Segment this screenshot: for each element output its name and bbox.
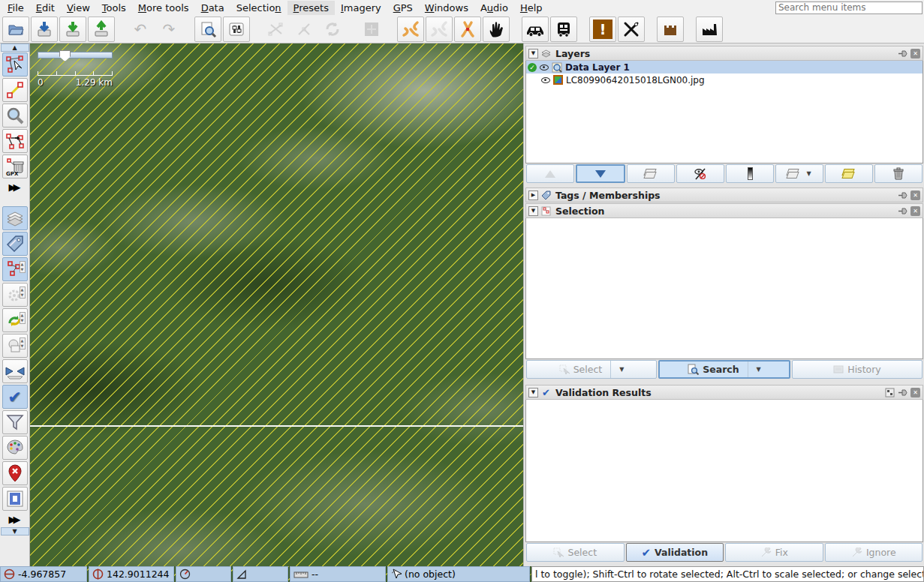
collapse-icon[interactable]: ▼: [528, 49, 538, 58]
preset-car-button[interactable]: [522, 16, 549, 42]
close-icon[interactable]: ✕: [910, 190, 920, 200]
menu-file[interactable]: File: [2, 1, 30, 15]
gpx-delete-mode-button[interactable]: GPX: [2, 154, 28, 178]
layer-opacity-button[interactable]: [726, 164, 774, 183]
show-hide-layer-button[interactable]: [676, 164, 724, 183]
toggle-draw-box-button[interactable]: [2, 487, 28, 511]
latitude-value: -4.967857: [18, 568, 66, 580]
preferences-button[interactable]: [223, 16, 250, 42]
sync-icon: [324, 20, 342, 38]
layer-row[interactable]: LC80990642015018LGN00.jpg: [526, 74, 922, 86]
toggle-changesets-button[interactable]: ▲▼: [2, 308, 28, 332]
pin-icon[interactable]: [898, 388, 907, 398]
more-modes-button[interactable]: ▶▶: [9, 182, 21, 193]
visibility-eye-icon[interactable]: [541, 77, 550, 83]
join-ways-button[interactable]: [397, 16, 424, 42]
panel-settings-icon[interactable]: [885, 388, 895, 398]
collapse-icon[interactable]: ▼: [528, 206, 538, 216]
toggle-relations-button[interactable]: ▲▼: [2, 257, 28, 281]
menu-presets[interactable]: Presets: [287, 1, 335, 15]
selection-nodes-icon: [541, 206, 551, 216]
toggle-properties-button[interactable]: ▲▼: [2, 283, 28, 307]
toggle-tags-button[interactable]: [2, 232, 28, 256]
map-view[interactable]: 0 1.29 km: [30, 44, 523, 566]
palette-icon: [5, 438, 25, 458]
main-toolbar: ↶ ↷ !: [0, 15, 924, 44]
toggle-styles-button[interactable]: [2, 436, 28, 460]
pin-icon[interactable]: [898, 190, 907, 200]
improve-accuracy-mode-button[interactable]: [2, 129, 28, 153]
new-layer-icon: [843, 169, 855, 179]
ruler-icon: [293, 571, 309, 578]
move-button[interactable]: [483, 16, 510, 42]
preset-restaurant-button[interactable]: [618, 16, 645, 42]
split-way-button[interactable]: [454, 16, 481, 42]
validation-run-button[interactable]: ✔ Validation: [626, 543, 724, 562]
osm-way[interactable]: [30, 425, 523, 427]
menu-edit[interactable]: Edit: [30, 1, 61, 15]
menu-data[interactable]: Data: [195, 1, 230, 15]
preset-warning-button[interactable]: !: [589, 16, 616, 42]
menu-audio[interactable]: Audio: [474, 1, 514, 15]
close-icon[interactable]: ✕: [910, 49, 920, 58]
validation-results-list[interactable]: [525, 400, 923, 542]
new-layer-button[interactable]: [825, 164, 873, 183]
toggle-validation-button[interactable]: ✔: [2, 385, 28, 409]
sidebar-scroll-down-button[interactable]: ▼: [1, 527, 29, 536]
preset-bus-button[interactable]: [550, 16, 577, 42]
edit-toolbar: ▲ GPX ▶▶ ▲▼ ▲▼ ▲▼ ▲▼: [0, 44, 30, 566]
menu-more-tools[interactable]: More tools: [132, 1, 195, 15]
menu-windows[interactable]: Windows: [419, 1, 474, 15]
download-button[interactable]: [59, 16, 86, 42]
move-layer-down-button[interactable]: [576, 164, 625, 183]
layer-row[interactable]: ✓ Data Layer 1: [526, 61, 922, 74]
toggle-mappaint-button[interactable]: ▲▼: [2, 334, 28, 358]
save-button[interactable]: [31, 16, 58, 42]
search-menu-input[interactable]: [775, 2, 922, 14]
validation-ignore-button: Ignore: [825, 543, 923, 562]
more-panels-button[interactable]: ▶▶: [9, 514, 21, 525]
dropdown-caret-icon[interactable]: ▼: [619, 366, 624, 373]
search-button[interactable]: Search ▼: [658, 360, 790, 379]
menu-imagery[interactable]: Imagery: [335, 1, 387, 15]
menu-tools[interactable]: Tools: [96, 1, 132, 15]
gpx-trash-icon: GPX: [5, 156, 26, 177]
preset-castle-button[interactable]: [657, 16, 684, 42]
join-ways-icon: [402, 20, 420, 38]
cursor-icon: [559, 364, 570, 375]
sliders-icon: [227, 20, 245, 38]
svg-text:GPX: GPX: [6, 171, 19, 177]
dropdown-caret-icon[interactable]: ▼: [757, 366, 761, 373]
delete-layer-button[interactable]: [874, 164, 922, 183]
toggle-notes-button[interactable]: [2, 461, 28, 485]
menu-gps[interactable]: GPS: [387, 1, 419, 15]
menu-selection[interactable]: Selection: [230, 1, 287, 15]
close-icon[interactable]: ✕: [910, 206, 920, 216]
selection-list[interactable]: [525, 218, 923, 359]
select-button: Select ▼: [526, 360, 657, 379]
collapse-icon[interactable]: ▼: [528, 388, 538, 398]
search-button[interactable]: [194, 16, 221, 42]
close-icon[interactable]: ✕: [910, 388, 920, 398]
toggle-filter-button[interactable]: [2, 410, 28, 434]
expand-icon[interactable]: ▶: [528, 190, 538, 200]
distance-value: --: [312, 568, 318, 580]
menu-help[interactable]: Help: [514, 1, 549, 15]
select-mode-button[interactable]: [2, 52, 28, 76]
search-icon: [688, 364, 699, 375]
pin-icon[interactable]: [898, 206, 907, 216]
validation-run-label: Validation: [655, 547, 708, 558]
pin-icon[interactable]: [898, 49, 907, 58]
preset-factory-button[interactable]: [696, 16, 723, 42]
toggle-conflicts-button[interactable]: [2, 359, 28, 383]
eye-slash-icon: [694, 168, 707, 180]
open-button[interactable]: [2, 16, 29, 42]
toggle-layers-button[interactable]: [2, 206, 28, 230]
menu-view[interactable]: View: [61, 1, 96, 15]
draw-node-mode-button[interactable]: [2, 78, 28, 102]
visibility-eye-icon[interactable]: [540, 64, 549, 70]
sidebar-scroll-up-button[interactable]: ▲: [1, 44, 29, 52]
upload-button[interactable]: [88, 16, 115, 42]
map-zoom-slider[interactable]: [38, 52, 113, 58]
zoom-mode-button[interactable]: [2, 104, 28, 128]
